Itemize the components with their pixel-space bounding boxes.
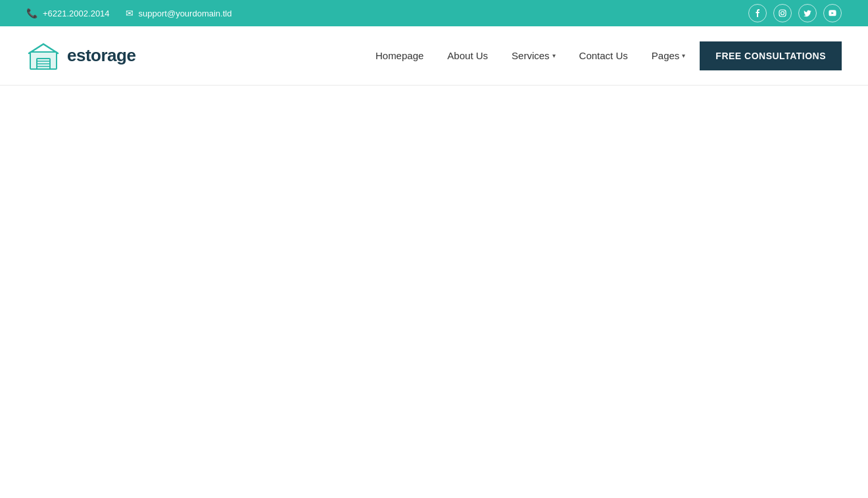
main-content (0, 86, 868, 498)
logo-text: estorage (67, 45, 135, 66)
nav-label-contact: Contact Us (579, 50, 628, 61)
top-bar: 📞 +6221.2002.2014 ✉ support@yourdomain.t… (0, 0, 868, 26)
email-item: ✉ support@yourdomain.tld (126, 8, 232, 18)
nav-item-pages[interactable]: Pages ▾ (642, 45, 695, 66)
pages-chevron-icon: ▾ (682, 52, 685, 59)
email-icon: ✉ (126, 8, 133, 18)
nav-item-homepage[interactable]: Homepage (366, 45, 433, 66)
logo-icon (26, 39, 60, 73)
nav-menu: Homepage About Us Services ▾ Contact Us … (366, 41, 842, 70)
youtube-icon[interactable] (823, 4, 842, 22)
instagram-icon[interactable] (773, 4, 792, 22)
nav-item-services[interactable]: Services ▾ (502, 45, 565, 66)
svg-point-1 (781, 12, 784, 15)
nav-item-contact[interactable]: Contact Us (570, 45, 637, 66)
svg-rect-0 (779, 10, 786, 16)
main-nav: estorage Homepage About Us Services ▾ Co… (0, 26, 868, 86)
phone-number: +6221.2002.2014 (43, 9, 110, 18)
twitter-icon[interactable] (798, 4, 817, 22)
nav-label-homepage: Homepage (375, 50, 423, 61)
facebook-icon[interactable] (748, 4, 767, 22)
nav-item-about[interactable]: About Us (438, 45, 497, 66)
cta-button[interactable]: FREE CONSULTATIONS (700, 41, 842, 70)
nav-label-pages: Pages (652, 50, 680, 61)
phone-item: 📞 +6221.2002.2014 (26, 8, 110, 18)
phone-icon: 📞 (26, 8, 37, 18)
svg-point-2 (784, 11, 785, 12)
nav-label-about: About Us (447, 50, 488, 61)
top-bar-left: 📞 +6221.2002.2014 ✉ support@yourdomain.t… (26, 8, 231, 18)
nav-label-services: Services (512, 50, 550, 61)
email-address: support@yourdomain.tld (139, 9, 232, 18)
services-chevron-icon: ▾ (552, 52, 556, 59)
logo[interactable]: estorage (26, 39, 135, 73)
social-links (748, 4, 842, 22)
